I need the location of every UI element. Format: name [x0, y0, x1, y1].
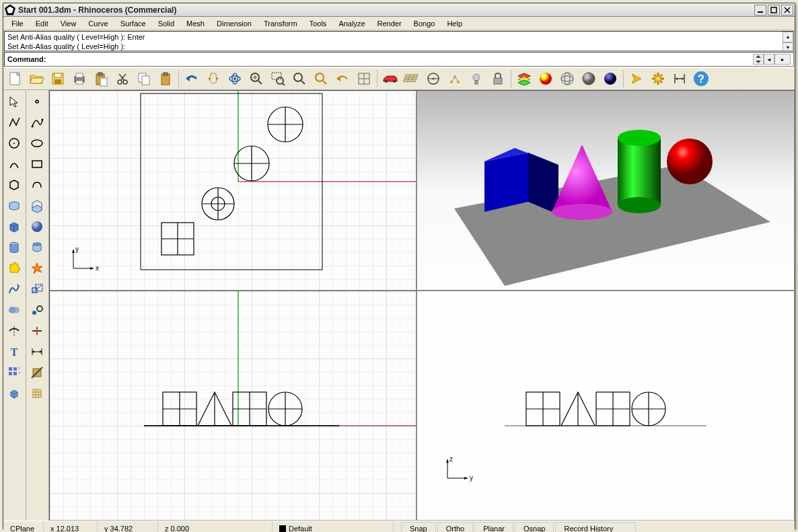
cmd-next-button[interactable]: ▸ [774, 54, 791, 65]
status-cplane[interactable]: CPlane [3, 521, 44, 532]
scale-icon[interactable] [27, 279, 47, 299]
dimension-link-icon[interactable] [669, 69, 690, 89]
new-file-icon[interactable] [5, 69, 25, 89]
svg-point-28 [233, 77, 236, 80]
status-record-history-button[interactable]: Record History [555, 522, 636, 532]
hexagon-icon[interactable] [4, 175, 24, 195]
scroll-down-button[interactable]: ▼ [783, 42, 793, 51]
drag-curve-icon[interactable] [4, 279, 24, 299]
menu-transform[interactable]: Transform [258, 18, 303, 29]
menu-render[interactable]: Render [372, 18, 407, 29]
array-icon[interactable] [4, 363, 24, 383]
puzzle-icon[interactable] [4, 258, 24, 278]
explode-icon[interactable] [27, 258, 47, 278]
menu-curve[interactable]: Curve [83, 18, 113, 29]
status-layer[interactable]: Default [273, 521, 394, 532]
undo-icon[interactable] [182, 69, 202, 89]
layers-icon[interactable] [514, 69, 534, 89]
material-sphere-icon[interactable] [536, 69, 556, 89]
menu-mesh[interactable]: Mesh [181, 18, 210, 29]
menu-tools[interactable]: Tools [304, 18, 332, 29]
command-input[interactable] [46, 55, 753, 63]
zoom-extents-icon[interactable] [246, 69, 266, 89]
blend-icon[interactable] [4, 300, 24, 320]
viewport-front[interactable] [50, 291, 416, 520]
mesh-grid-icon[interactable] [27, 383, 47, 404]
undo-view-icon[interactable] [332, 69, 353, 89]
box-icon[interactable] [4, 217, 24, 237]
menu-edit[interactable]: Edit [30, 18, 54, 29]
svg-point-108 [32, 126, 34, 128]
dimension-icon[interactable] [27, 342, 47, 362]
text-icon[interactable]: T [4, 342, 24, 362]
rectangle-icon[interactable] [27, 154, 47, 174]
paste-icon[interactable] [155, 69, 176, 89]
ellipse-icon[interactable] [27, 133, 47, 153]
copy-icon[interactable] [134, 69, 154, 89]
freeform-icon[interactable] [27, 175, 47, 195]
surface-patch-icon[interactable] [4, 196, 24, 216]
clip-icon[interactable] [27, 363, 47, 383]
pipe-icon[interactable] [27, 237, 47, 258]
viewport-right[interactable]: y z [417, 291, 794, 520]
menu-file[interactable]: File [6, 18, 29, 29]
save-file-icon[interactable] [48, 69, 68, 89]
menu-solid[interactable]: Solid [153, 18, 180, 29]
zoom-window-icon[interactable] [268, 69, 288, 89]
menu-help[interactable]: Help [441, 18, 468, 29]
dot-icon[interactable] [27, 300, 47, 320]
menu-analyze[interactable]: Analyze [333, 18, 370, 29]
rendered-sphere-icon[interactable] [600, 69, 620, 89]
zoom-selected-icon[interactable] [289, 69, 310, 89]
cmd-up-down-button[interactable] [753, 54, 764, 65]
circle-icon[interactable] [4, 133, 24, 153]
pan-icon[interactable] [203, 69, 223, 89]
polyline-icon[interactable] [4, 112, 24, 132]
gear-icon[interactable] [648, 69, 668, 89]
menu-surface[interactable]: Surface [115, 18, 151, 29]
arc-icon[interactable] [4, 154, 24, 174]
menu-view[interactable]: View [55, 18, 82, 29]
4-view-icon[interactable] [354, 69, 374, 89]
viewport-top[interactable]: x y [50, 91, 416, 290]
cut-icon[interactable] [112, 69, 133, 89]
point-icon[interactable] [27, 91, 47, 112]
light-icon[interactable] [466, 69, 486, 89]
menu-dimension[interactable]: Dimension [211, 18, 257, 29]
sphere-icon[interactable] [27, 217, 47, 237]
status-osnap-button[interactable]: Osnap [515, 522, 554, 532]
split-icon[interactable] [27, 321, 47, 341]
clipboard-paste-icon[interactable] [91, 69, 111, 89]
options-arrow-icon[interactable] [626, 69, 647, 89]
menu-bongo[interactable]: Bongo [408, 18, 441, 29]
minimize-button[interactable] [754, 5, 766, 15]
curve-icon[interactable] [27, 112, 47, 132]
wireframe-sphere-icon[interactable] [557, 69, 577, 89]
trim-icon[interactable] [4, 321, 24, 341]
help-icon[interactable]: ? [691, 69, 711, 89]
circle-osnap-icon[interactable] [423, 69, 443, 89]
rotate-view-icon[interactable] [225, 69, 245, 89]
print-icon[interactable] [69, 69, 89, 89]
status-snap-button[interactable]: Snap [401, 522, 436, 532]
cube-small-icon[interactable] [4, 383, 24, 404]
grid-options-icon[interactable] [402, 69, 422, 89]
svg-point-114 [32, 221, 42, 232]
close-button[interactable] [781, 5, 793, 15]
cmd-prev-button[interactable]: ◂ [764, 54, 774, 65]
svg-rect-103 [9, 372, 12, 375]
maximize-button[interactable] [768, 5, 780, 15]
status-planar-button[interactable]: Planar [474, 522, 513, 532]
scroll-up-button[interactable]: ▲ [783, 32, 793, 42]
cylinder-icon[interactable] [4, 237, 24, 258]
zoom-previous-icon[interactable] [311, 69, 331, 89]
pointer-icon[interactable] [4, 91, 24, 112]
extrude-icon[interactable] [27, 196, 47, 216]
status-ortho-button[interactable]: Ortho [437, 522, 474, 532]
open-file-icon[interactable] [26, 69, 46, 89]
viewport-perspective[interactable] [417, 91, 794, 290]
shaded-sphere-icon[interactable] [579, 69, 599, 89]
lock-icon[interactable] [488, 69, 508, 89]
osnap-points-icon[interactable] [445, 69, 465, 89]
car-model-icon[interactable] [380, 69, 400, 89]
